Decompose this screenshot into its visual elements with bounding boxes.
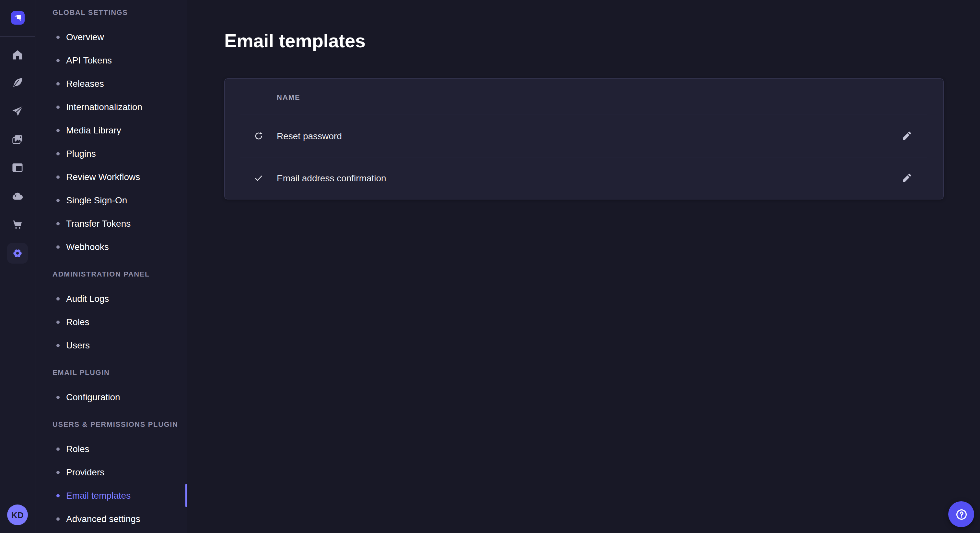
nav-marketplace-button[interactable] <box>8 216 27 234</box>
sidebar-item-label: Media Library <box>66 124 121 136</box>
user-avatar[interactable]: KD <box>7 504 28 525</box>
sidebar-item-label: Providers <box>66 466 104 479</box>
nav-settings-button[interactable] <box>7 243 28 263</box>
sidebar-item-single-sign-on[interactable]: Single Sign-On <box>36 189 187 212</box>
sidebar-item-label: Internationalization <box>66 100 142 113</box>
paper-plane-icon <box>11 105 24 118</box>
sidebar-item-label: API Tokens <box>66 54 112 67</box>
rail-divider <box>0 36 35 37</box>
images-icon <box>11 133 24 146</box>
home-icon <box>11 49 24 62</box>
sidebar-item-up-roles[interactable]: Roles <box>36 437 187 460</box>
bullet-icon <box>56 471 60 474</box>
nav-cloud-button[interactable] <box>8 187 27 205</box>
shopping-cart-icon <box>11 218 24 231</box>
bullet-icon <box>56 447 60 451</box>
main-content: Email templates NAME Reset password <box>188 0 980 533</box>
sidebar-item-label: Overview <box>66 30 104 43</box>
sidebar-item-label: Users <box>66 339 90 352</box>
nav-home-button[interactable] <box>8 46 27 64</box>
bullet-icon <box>56 222 60 225</box>
app-window: KD GLOBAL SETTINGS Overview API Tokens R… <box>0 0 980 533</box>
pencil-icon <box>902 130 912 141</box>
sidebar-item-releases[interactable]: Releases <box>36 72 187 95</box>
sidebar-item-label: Roles <box>66 316 89 328</box>
column-header-name: NAME <box>277 93 301 101</box>
bullet-icon <box>56 320 60 324</box>
nav-layout-button[interactable] <box>8 159 27 177</box>
table-row-email-confirmation: Email address confirmation <box>225 157 943 199</box>
settings-subnav: GLOBAL SETTINGS Overview API Tokens Rele… <box>36 0 187 533</box>
nav-feather-button[interactable] <box>8 74 27 92</box>
sidebar-item-plugins[interactable]: Plugins <box>36 142 187 165</box>
bullet-icon <box>56 517 60 520</box>
sidebar-item-overview[interactable]: Overview <box>36 25 187 49</box>
template-name: Email address confirmation <box>277 171 896 184</box>
nav-media-library-button[interactable] <box>8 131 27 149</box>
sidebar-item-webhooks[interactable]: Webhooks <box>36 235 187 259</box>
bullet-icon <box>56 105 60 108</box>
template-name: Reset password <box>277 129 896 142</box>
bullet-icon <box>56 152 60 155</box>
page-title: Email templates <box>224 29 366 53</box>
section-title-global-settings: GLOBAL SETTINGS <box>52 6 171 19</box>
sidebar-item-internationalization[interactable]: Internationalization <box>36 95 187 119</box>
strapi-logo-button[interactable] <box>11 11 25 25</box>
feather-icon <box>11 76 24 89</box>
help-button[interactable] <box>948 501 974 527</box>
sidebar-item-label: Plugins <box>66 147 96 160</box>
layout-icon <box>11 161 24 174</box>
sidebar-item-label: Email templates <box>66 489 130 502</box>
gear-icon <box>11 247 24 260</box>
nav-paper-plane-button[interactable] <box>8 102 27 121</box>
sidebar-item-label: Audit Logs <box>66 292 109 305</box>
sidebar-item-label: Webhooks <box>66 240 109 253</box>
bullet-icon <box>56 395 60 399</box>
sidebar-item-email-configuration[interactable]: Configuration <box>36 385 187 409</box>
bullet-icon <box>56 128 60 132</box>
sidebar-item-admin-users[interactable]: Users <box>36 333 187 357</box>
bullet-icon <box>56 297 60 300</box>
sidebar-item-advanced-settings[interactable]: Advanced settings <box>36 507 187 530</box>
check-icon <box>240 173 277 183</box>
main-nav-rail: KD <box>0 0 36 533</box>
table-row-reset-password: Reset password <box>225 115 943 157</box>
sidebar-item-label: Review Workflows <box>66 170 140 183</box>
sidebar-item-label: Roles <box>66 443 89 455</box>
cloud-icon <box>11 190 24 203</box>
sidebar-item-providers[interactable]: Providers <box>36 460 187 484</box>
bullet-icon <box>56 198 60 202</box>
sidebar-item-transfer-tokens[interactable]: Transfer Tokens <box>36 212 187 235</box>
bullet-icon <box>56 59 60 62</box>
bullet-icon <box>56 175 60 178</box>
section-title-administration-panel: ADMINISTRATION PANEL <box>52 268 171 281</box>
section-title-email-plugin: EMAIL PLUGIN <box>52 366 171 379</box>
bullet-icon <box>56 494 60 497</box>
sidebar-item-api-tokens[interactable]: API Tokens <box>36 49 187 72</box>
edit-email-confirmation-button[interactable] <box>896 167 917 188</box>
sidebar-item-label: Configuration <box>66 390 120 403</box>
bullet-icon <box>56 35 60 38</box>
pencil-icon <box>902 173 912 183</box>
sidebar-item-label: Advanced settings <box>66 512 140 525</box>
sidebar-item-label: Releases <box>66 77 104 90</box>
active-item-indicator <box>185 484 187 507</box>
bullet-icon <box>56 245 60 248</box>
sidebar-item-audit-logs[interactable]: Audit Logs <box>36 287 187 310</box>
email-templates-table: NAME Reset password <box>224 78 944 200</box>
question-mark-icon <box>955 508 968 521</box>
sidebar-item-label: Single Sign-On <box>66 194 127 206</box>
sidebar-item-email-templates[interactable]: Email templates <box>36 484 187 507</box>
bullet-icon <box>56 82 60 85</box>
table-header-row: NAME <box>225 79 943 115</box>
bullet-icon <box>56 344 60 347</box>
sidebar-item-admin-roles[interactable]: Roles <box>36 310 187 333</box>
sidebar-item-review-workflows[interactable]: Review Workflows <box>36 165 187 189</box>
sidebar-item-label: Transfer Tokens <box>66 217 130 230</box>
section-title-users-permissions-plugin: USERS & PERMISSIONS PLUGIN <box>52 418 171 431</box>
strapi-logo-icon <box>11 11 25 25</box>
refresh-icon <box>240 130 277 141</box>
edit-reset-password-button[interactable] <box>896 125 917 146</box>
sidebar-item-media-library[interactable]: Media Library <box>36 119 187 142</box>
